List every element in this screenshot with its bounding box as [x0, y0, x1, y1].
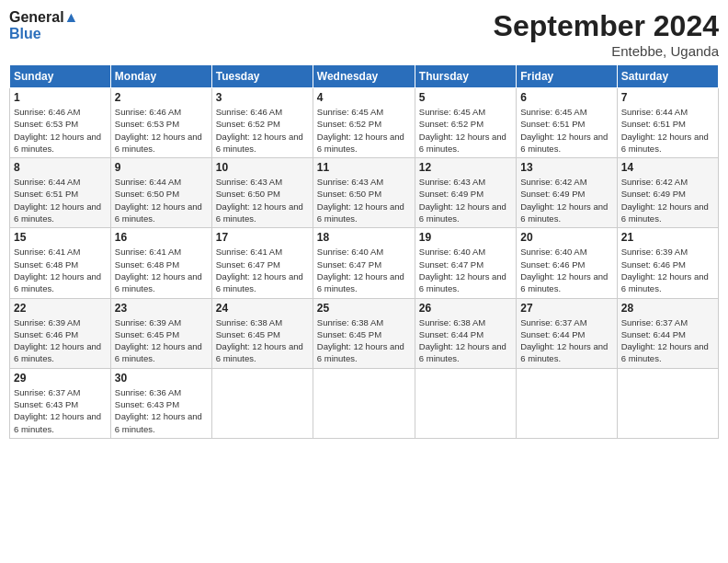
logo: General▲ Blue — [9, 9, 78, 41]
calendar-day-cell: 28 Sunrise: 6:37 AM Sunset: 6:44 PM Dayl… — [617, 298, 718, 368]
calendar-day-cell: 7 Sunrise: 6:44 AM Sunset: 6:51 PM Dayli… — [617, 88, 718, 158]
calendar-day-cell: 6 Sunrise: 6:45 AM Sunset: 6:51 PM Dayli… — [517, 88, 617, 158]
day-info: Sunrise: 6:40 AM Sunset: 6:47 PM Dayligh… — [419, 246, 512, 294]
day-info: Sunrise: 6:37 AM Sunset: 6:44 PM Dayligh… — [621, 316, 714, 365]
calendar-day-cell: 14 Sunrise: 6:42 AM Sunset: 6:49 PM Dayl… — [617, 158, 718, 228]
calendar-day-cell: 30 Sunrise: 6:36 AM Sunset: 6:43 PM Dayl… — [110, 368, 211, 438]
calendar-day-cell: 18 Sunrise: 6:40 AM Sunset: 6:47 PM Dayl… — [313, 228, 415, 298]
col-friday: Friday — [517, 65, 617, 88]
day-number: 27 — [520, 302, 612, 315]
calendar-table: Sunday Monday Tuesday Wednesday Thursday… — [9, 64, 719, 439]
day-number: 1 — [14, 91, 107, 104]
day-number: 3 — [216, 91, 309, 104]
empty-day-cell — [211, 368, 313, 438]
day-number: 8 — [14, 161, 107, 174]
calendar-week-row: 15 Sunrise: 6:41 AM Sunset: 6:48 PM Dayl… — [10, 228, 719, 298]
month-title: September 2024 — [494, 9, 719, 43]
day-info: Sunrise: 6:44 AM Sunset: 6:51 PM Dayligh… — [621, 106, 714, 155]
day-number: 6 — [520, 91, 612, 104]
day-info: Sunrise: 6:40 AM Sunset: 6:47 PM Dayligh… — [317, 246, 411, 294]
calendar-day-cell: 10 Sunrise: 6:43 AM Sunset: 6:50 PM Dayl… — [211, 158, 313, 228]
day-info: Sunrise: 6:41 AM Sunset: 6:47 PM Dayligh… — [216, 246, 309, 294]
calendar-day-cell: 27 Sunrise: 6:37 AM Sunset: 6:44 PM Dayl… — [517, 298, 617, 368]
calendar-day-cell: 8 Sunrise: 6:44 AM Sunset: 6:51 PM Dayli… — [10, 158, 111, 228]
day-info: Sunrise: 6:45 AM Sunset: 6:52 PM Dayligh… — [419, 106, 512, 155]
calendar-day-cell: 21 Sunrise: 6:39 AM Sunset: 6:46 PM Dayl… — [617, 228, 718, 298]
day-info: Sunrise: 6:39 AM Sunset: 6:46 PM Dayligh… — [621, 246, 714, 294]
calendar-week-row: 22 Sunrise: 6:39 AM Sunset: 6:46 PM Dayl… — [10, 298, 719, 368]
calendar-week-row: 8 Sunrise: 6:44 AM Sunset: 6:51 PM Dayli… — [10, 158, 719, 228]
col-sunday: Sunday — [10, 65, 111, 88]
day-info: Sunrise: 6:38 AM Sunset: 6:45 PM Dayligh… — [216, 316, 309, 365]
day-number: 5 — [419, 91, 512, 104]
day-info: Sunrise: 6:37 AM Sunset: 6:43 PM Dayligh… — [14, 386, 107, 435]
day-info: Sunrise: 6:41 AM Sunset: 6:48 PM Dayligh… — [14, 246, 107, 294]
col-tuesday: Tuesday — [211, 65, 313, 88]
calendar-day-cell: 25 Sunrise: 6:38 AM Sunset: 6:45 PM Dayl… — [313, 298, 415, 368]
day-number: 18 — [317, 231, 411, 244]
empty-day-cell — [517, 368, 617, 438]
day-number: 11 — [317, 161, 411, 174]
calendar-day-cell: 4 Sunrise: 6:45 AM Sunset: 6:52 PM Dayli… — [313, 88, 415, 158]
calendar-day-cell: 2 Sunrise: 6:46 AM Sunset: 6:53 PM Dayli… — [110, 88, 211, 158]
day-number: 26 — [419, 302, 512, 315]
col-saturday: Saturday — [617, 65, 718, 88]
day-number: 16 — [115, 231, 208, 244]
day-info: Sunrise: 6:46 AM Sunset: 6:53 PM Dayligh… — [14, 106, 107, 155]
day-number: 17 — [216, 231, 309, 244]
day-number: 28 — [621, 302, 714, 315]
location-title: Entebbe, Uganda — [494, 43, 719, 59]
col-wednesday: Wednesday — [313, 65, 415, 88]
calendar-day-cell: 5 Sunrise: 6:45 AM Sunset: 6:52 PM Dayli… — [415, 88, 516, 158]
header-row: Sunday Monday Tuesday Wednesday Thursday… — [10, 65, 719, 88]
header: General▲ Blue September 2024 Entebbe, Ug… — [9, 9, 719, 59]
calendar-day-cell: 11 Sunrise: 6:43 AM Sunset: 6:50 PM Dayl… — [313, 158, 415, 228]
title-block: September 2024 Entebbe, Uganda — [494, 9, 719, 59]
empty-day-cell — [617, 368, 718, 438]
day-number: 21 — [621, 231, 714, 244]
calendar-day-cell: 22 Sunrise: 6:39 AM Sunset: 6:46 PM Dayl… — [10, 298, 111, 368]
calendar-day-cell: 3 Sunrise: 6:46 AM Sunset: 6:52 PM Dayli… — [211, 88, 313, 158]
calendar-day-cell: 20 Sunrise: 6:40 AM Sunset: 6:46 PM Dayl… — [517, 228, 617, 298]
calendar-day-cell: 26 Sunrise: 6:38 AM Sunset: 6:44 PM Dayl… — [415, 298, 516, 368]
day-info: Sunrise: 6:45 AM Sunset: 6:52 PM Dayligh… — [317, 106, 411, 155]
day-number: 9 — [115, 161, 208, 174]
day-info: Sunrise: 6:44 AM Sunset: 6:51 PM Dayligh… — [14, 176, 107, 224]
day-number: 22 — [14, 302, 107, 315]
day-info: Sunrise: 6:46 AM Sunset: 6:52 PM Dayligh… — [216, 106, 309, 155]
day-info: Sunrise: 6:42 AM Sunset: 6:49 PM Dayligh… — [621, 176, 714, 224]
day-number: 25 — [317, 302, 411, 315]
day-info: Sunrise: 6:43 AM Sunset: 6:49 PM Dayligh… — [419, 176, 512, 224]
empty-day-cell — [415, 368, 516, 438]
day-number: 20 — [520, 231, 612, 244]
day-number: 23 — [115, 302, 208, 315]
calendar-day-cell: 15 Sunrise: 6:41 AM Sunset: 6:48 PM Dayl… — [10, 228, 111, 298]
day-info: Sunrise: 6:38 AM Sunset: 6:45 PM Dayligh… — [317, 316, 411, 365]
day-info: Sunrise: 6:37 AM Sunset: 6:44 PM Dayligh… — [520, 316, 612, 365]
calendar-day-cell: 13 Sunrise: 6:42 AM Sunset: 6:49 PM Dayl… — [517, 158, 617, 228]
day-number: 30 — [115, 372, 208, 385]
day-info: Sunrise: 6:42 AM Sunset: 6:49 PM Dayligh… — [520, 176, 612, 224]
day-info: Sunrise: 6:39 AM Sunset: 6:46 PM Dayligh… — [14, 316, 107, 365]
day-info: Sunrise: 6:41 AM Sunset: 6:48 PM Dayligh… — [115, 246, 208, 294]
day-info: Sunrise: 6:46 AM Sunset: 6:53 PM Dayligh… — [115, 106, 208, 155]
calendar-week-row: 1 Sunrise: 6:46 AM Sunset: 6:53 PM Dayli… — [10, 88, 719, 158]
day-number: 29 — [14, 372, 107, 385]
day-info: Sunrise: 6:36 AM Sunset: 6:43 PM Dayligh… — [115, 386, 208, 435]
day-number: 19 — [419, 231, 512, 244]
calendar-day-cell: 16 Sunrise: 6:41 AM Sunset: 6:48 PM Dayl… — [110, 228, 211, 298]
day-number: 13 — [520, 161, 612, 174]
day-info: Sunrise: 6:43 AM Sunset: 6:50 PM Dayligh… — [216, 176, 309, 224]
calendar-day-cell: 17 Sunrise: 6:41 AM Sunset: 6:47 PM Dayl… — [211, 228, 313, 298]
day-info: Sunrise: 6:39 AM Sunset: 6:45 PM Dayligh… — [115, 316, 208, 365]
calendar-day-cell: 23 Sunrise: 6:39 AM Sunset: 6:45 PM Dayl… — [110, 298, 211, 368]
day-info: Sunrise: 6:40 AM Sunset: 6:46 PM Dayligh… — [520, 246, 612, 294]
calendar-day-cell: 9 Sunrise: 6:44 AM Sunset: 6:50 PM Dayli… — [110, 158, 211, 228]
day-info: Sunrise: 6:43 AM Sunset: 6:50 PM Dayligh… — [317, 176, 411, 224]
calendar-day-cell: 1 Sunrise: 6:46 AM Sunset: 6:53 PM Dayli… — [10, 88, 111, 158]
col-monday: Monday — [110, 65, 211, 88]
day-number: 10 — [216, 161, 309, 174]
calendar-day-cell: 29 Sunrise: 6:37 AM Sunset: 6:43 PM Dayl… — [10, 368, 111, 438]
day-info: Sunrise: 6:44 AM Sunset: 6:50 PM Dayligh… — [115, 176, 208, 224]
calendar-week-row: 29 Sunrise: 6:37 AM Sunset: 6:43 PM Dayl… — [10, 368, 719, 438]
